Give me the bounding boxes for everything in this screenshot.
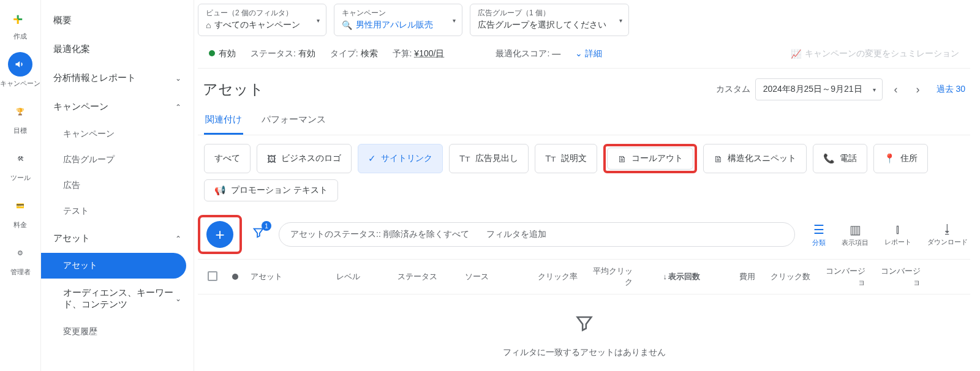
score-kv: 最適化スコア: — <box>496 48 560 59</box>
chip-promo[interactable]: 📢プロモーション テキスト <box>204 179 338 201</box>
status-text: 有効 <box>219 48 236 58</box>
details-toggle[interactable]: ⌄詳細 <box>575 48 602 59</box>
details-link: 詳細 <box>585 48 602 58</box>
type-kv: タイプ: 検索 <box>330 48 378 59</box>
th-checkbox[interactable] <box>203 271 227 283</box>
filter-bar[interactable]: アセットのステータス:: 削除済みを除くすべて フィルタを追加 <box>279 222 795 247</box>
chip-snippet[interactable]: 🗎構造化スニペット <box>703 144 807 173</box>
date-next-button[interactable]: › <box>910 83 927 96</box>
date-range-picker[interactable]: 2024年8月25日～9月21日 <box>755 78 883 100</box>
th-asset[interactable]: アセット <box>246 271 331 282</box>
rail-billing[interactable]: 💳 料金 <box>8 193 32 230</box>
rail-create[interactable]: 作成 <box>8 5 32 41</box>
status-kv: ステータス: 有効 <box>251 48 315 59</box>
th-status[interactable]: ステータス <box>393 271 460 282</box>
rail-goals-label: 目標 <box>13 126 27 135</box>
columns-icon: ▥ <box>850 222 861 237</box>
highlight-callout: 🗎コールアウト <box>603 144 697 173</box>
rail-admin[interactable]: ⚙ 管理者 <box>8 241 32 277</box>
nav-overview[interactable]: 概要 <box>41 6 194 35</box>
chip-location[interactable]: 📍住所 <box>873 144 928 173</box>
budget-kv[interactable]: 予算: ¥100/日 <box>393 48 445 59</box>
text-icon: Tᴛ <box>545 153 556 164</box>
green-dot-icon <box>209 50 215 56</box>
nav-sub-campaigns[interactable]: キャンペーン <box>41 121 194 147</box>
nav-sub-history[interactable]: 変更履歴 <box>41 319 194 345</box>
nav-campaigns-group[interactable]: キャンペーン⌃ <box>41 92 194 121</box>
th-impressions[interactable]: ↓表示回数 <box>638 271 705 282</box>
status-indicator: 有効 <box>209 48 236 59</box>
chip-description[interactable]: Tᴛ説明文 <box>535 144 597 173</box>
sort-desc-icon: ↓ <box>663 272 668 281</box>
plus-icon <box>13 10 28 24</box>
rail-campaigns-label: キャンペーン <box>0 79 40 88</box>
date-past30-link[interactable]: 過去 30 <box>937 84 965 95</box>
crumb-view[interactable]: ビュー（2 個のフィルタ） ⌂すべてのキャンペーン ▾ <box>198 4 326 36</box>
th-source[interactable]: ソース <box>460 271 527 282</box>
crumb-adgroup[interactable]: 広告グループ（1 個） 広告グループを選択してください ▾ <box>470 4 629 36</box>
main-content: ビュー（2 個のフィルタ） ⌂すべてのキャンペーン ▾ キャンペーン 🔍男性用ア… <box>194 0 980 371</box>
ticon-segment[interactable]: ☰分類 <box>812 222 826 247</box>
tools-icon: 🛠 <box>8 146 32 171</box>
crumb-value: 男性用アパレル販売 <box>356 20 433 31</box>
chip-label: サイトリンク <box>381 153 432 164</box>
nav-sub-ads[interactable]: 広告 <box>41 173 194 198</box>
filter-chip-status[interactable]: アセットのステータス:: 削除済みを除くすべて <box>290 229 469 240</box>
search-campaign-icon: 🔍 <box>342 20 352 30</box>
ticon-label: レポート <box>884 238 911 247</box>
chip-label: すべて <box>214 153 240 164</box>
chevron-up-icon: ⌃ <box>175 103 181 111</box>
caret-down-icon: ▾ <box>317 17 320 23</box>
nav-sub-audiences[interactable]: オーディエンス、キーワード、コンテンツ⌄ <box>41 279 194 319</box>
asset-tabs: 関連付け パフォーマンス <box>198 107 970 135</box>
rail-goals[interactable]: 🏆 目標 <box>8 99 32 135</box>
th-ctr[interactable]: クリック率 <box>527 271 582 282</box>
nav-recommendations[interactable]: 最適化案 <box>41 35 194 64</box>
add-asset-button[interactable]: + <box>206 221 233 248</box>
th-conversions-2[interactable]: コンバージョ <box>870 266 925 288</box>
th-cost[interactable]: 費用 <box>705 271 760 282</box>
nav-assets-group[interactable]: アセット⌃ <box>41 224 194 253</box>
chip-callout[interactable]: 🗎コールアウト <box>607 148 693 170</box>
ticon-label: ダウンロード <box>927 238 968 247</box>
nav-insights[interactable]: 分析情報とレポート⌄ <box>41 64 194 92</box>
nav-sub-tests[interactable]: テスト <box>41 198 194 224</box>
rail-campaigns[interactable]: キャンペーン <box>0 52 40 88</box>
th-conversions-1[interactable]: コンバージョ <box>815 266 870 288</box>
chip-label: ビジネスのロゴ <box>281 153 341 164</box>
th-level[interactable]: レベル <box>331 271 393 282</box>
rail-tools-label: ツール <box>10 173 31 182</box>
chip-logo[interactable]: 🖼ビジネスのロゴ <box>257 144 352 173</box>
crumb-label: ビュー（2 個のフィルタ） <box>206 8 318 18</box>
tab-association[interactable]: 関連付け <box>204 107 243 135</box>
rail-tools[interactable]: 🛠 ツール <box>8 146 32 182</box>
chevron-down-icon: ⌄ <box>175 74 181 83</box>
caret-down-icon: ▾ <box>453 17 456 23</box>
th-status-dot[interactable] <box>227 272 246 282</box>
left-rail: 作成 キャンペーン 🏆 目標 🛠 ツール 💳 料金 ⚙ 管理者 <box>0 0 41 371</box>
chip-headline[interactable]: Tᴛ広告見出し <box>449 144 529 173</box>
divider <box>198 68 970 69</box>
nav-label: 概要 <box>53 15 72 26</box>
date-controls: カスタム 2024年8月25日～9月21日 ‹ › 過去 30 <box>716 78 965 100</box>
nav-label: 分析情報とレポート <box>53 72 136 84</box>
ticon-columns[interactable]: ▥表示項目 <box>842 222 869 247</box>
date-prev-button[interactable]: ‹ <box>888 83 905 96</box>
chip-all[interactable]: すべて <box>204 144 251 173</box>
th-avg-click[interactable]: 平均クリック <box>582 266 638 288</box>
nav-sub-adgroups[interactable]: 広告グループ <box>41 147 194 173</box>
ticon-report[interactable]: ⫿レポート <box>884 222 911 247</box>
tab-performance[interactable]: パフォーマンス <box>260 107 327 135</box>
filter-add[interactable]: フィルタを追加 <box>486 229 546 240</box>
filter-button[interactable]: 1 <box>249 223 268 245</box>
th-clicks[interactable]: クリック数 <box>760 271 815 282</box>
chip-sitelink[interactable]: ✓サイトリンク <box>358 144 443 173</box>
checkbox-icon <box>208 271 217 281</box>
nav-sub-assets[interactable]: アセット <box>41 253 186 279</box>
nav-label: キャンペーン <box>53 101 108 113</box>
crumb-campaign[interactable]: キャンペーン 🔍男性用アパレル販売 ▾ <box>334 4 462 36</box>
chip-label: 説明文 <box>561 153 587 164</box>
ticon-download[interactable]: ⭳ダウンロード <box>927 222 968 247</box>
chip-phone[interactable]: 📞電話 <box>813 144 867 173</box>
chart-icon: 📈 <box>791 49 801 59</box>
